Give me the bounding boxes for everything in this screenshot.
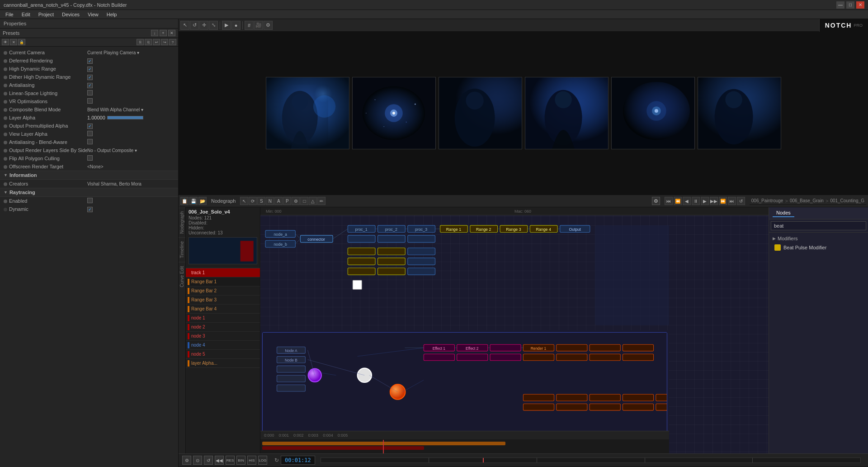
pb-log-btn[interactable]: LOG [258,456,267,465]
track-row-9[interactable]: node 4 [186,341,260,350]
prop-val-blend[interactable]: Blend With Alpha Channel ▾ [87,107,175,112]
side-tab-nodegraph[interactable]: Nodegraph [179,207,185,237]
ng-tool-9[interactable]: △ [309,197,317,205]
toolbar-record-btn[interactable]: ● [231,21,241,30]
prop-val-view-alpha[interactable] [87,131,175,137]
toolbar-play-btn[interactable]: ▶ [222,21,231,30]
prop-val-rt-dynamic[interactable]: ✓ [87,206,175,212]
preview-thumb-6[interactable] [698,77,781,149]
track-row-8[interactable]: node 3 [186,332,260,341]
preset-save-btn[interactable]: ↓ [151,30,158,36]
section-raytracing[interactable]: ▼ Raytracing [0,188,178,197]
prop-val-hdr[interactable]: ✓ [87,66,175,72]
props-lock-btn[interactable]: 🔒 [18,39,25,45]
track-row-2[interactable]: Range Bar 1 [186,277,260,286]
ng-tool-7[interactable]: ⚙ [292,197,300,205]
ng-tool-6[interactable]: P [283,197,291,205]
props-copy-btn[interactable]: ⎘ [137,39,144,45]
ng-open-btn[interactable]: 📂 [198,197,207,205]
toolbar-rotate-btn[interactable]: ↺ [190,21,199,30]
props-undo-btn[interactable]: ↩ [153,39,160,45]
pb-pause[interactable]: ⏸ [692,197,700,205]
maximize-button[interactable]: □ [846,1,854,9]
pb-step-fwd[interactable]: ▶▶ [710,197,718,205]
prop-val-dither-hdr[interactable]: ✓ [87,74,175,80]
props-help-btn[interactable]: ? [169,39,176,45]
toolbar-settings-btn[interactable]: ⚙ [264,21,273,30]
prop-val-flip[interactable] [87,155,175,162]
menu-project[interactable]: Project [35,12,57,17]
pb-settings2-btn[interactable]: ⊙ [193,456,202,465]
ng-tool-4[interactable]: N [266,197,274,205]
props-redo-btn[interactable]: ↪ [161,39,168,45]
nodes-search-input[interactable] [771,221,866,230]
ng-tool-3[interactable]: S [257,197,265,205]
prop-val-linear[interactable] [87,90,175,96]
menu-edit[interactable]: Edit [18,12,34,17]
pb-bin-btn[interactable]: BIN [236,456,245,465]
pb-play[interactable]: ▶ [701,197,709,205]
nodes-tab[interactable]: Nodes [773,209,794,217]
pb-skip-start[interactable]: ⏮ [665,197,673,205]
track-row-3[interactable]: Range Bar 2 [186,286,260,295]
ng-tool-1[interactable]: ↖ [240,197,248,205]
track-row-10[interactable]: node 5 [186,350,260,359]
prop-val-vr[interactable] [87,98,175,105]
prop-val-offscreen[interactable]: <None> [87,164,175,169]
track-row-1[interactable]: track 1 [186,268,260,277]
nodegraph-canvas[interactable]: Min: 000 Mac: 060 [260,207,769,453]
side-tab-timeline[interactable]: Timeline [179,237,185,262]
pb-skip-end[interactable]: ⏭ [728,197,736,205]
pb-reset-btn[interactable]: ↺ [204,456,213,465]
track-row-11[interactable]: layer Alpha... [186,359,260,368]
preset-add-btn[interactable]: + [160,30,167,36]
timeline-strip[interactable]: 0:000 0:001 0:002 0:003 0:004 0:005 [260,431,669,453]
preset-remove-btn[interactable]: ✕ [168,30,175,36]
toolbar-scale-btn[interactable]: ⤡ [209,21,218,30]
pb-next-frame[interactable]: ⏩ [719,197,727,205]
props-x-btn[interactable]: ✕ [10,39,17,45]
modifiers-section-header[interactable]: ▶ Modifiers [771,234,866,243]
ng-tool-2[interactable]: ⟳ [249,197,257,205]
track-row-5[interactable]: Range Bar 4 [186,305,260,314]
track-row-6[interactable]: node 1 [186,314,260,323]
ng-tool-5[interactable]: A [274,197,283,205]
props-eye-btn[interactable]: 👁 [2,39,9,45]
ng-settings-btn[interactable]: ⚙ [652,197,660,205]
preview-thumb-5[interactable] [611,77,695,149]
prop-val-aa-blend[interactable] [87,139,175,145]
menu-view[interactable]: View [84,12,102,17]
ng-tab-btn[interactable]: 📋 [180,197,189,205]
section-information[interactable]: ▼ Information [0,171,178,180]
pb-loop[interactable]: ↺ [737,197,745,205]
pb-his-btn[interactable]: HIS [247,456,256,465]
props-paste-btn[interactable]: ⎗ [145,39,152,45]
toolbar-move-btn[interactable]: ✛ [199,21,208,30]
preview-thumb-1[interactable] [266,77,349,149]
ng-save-btn[interactable]: 💾 [189,197,198,205]
minimize-button[interactable]: — [836,1,844,9]
pb-step-back[interactable]: ◀ [683,197,691,205]
preview-thumb-3[interactable] [439,77,522,149]
pb-prev-frame[interactable]: ⏪ [674,197,682,205]
menu-file[interactable]: File [2,12,17,17]
side-tab-curve[interactable]: Curve Edit [179,262,185,291]
ng-tool-8[interactable]: □ [300,197,308,205]
preview-thumb-2[interactable] [352,77,436,149]
toolbar-cursor-btn[interactable]: ↖ [180,21,189,30]
modifier-beat-pulse[interactable]: Beat Pulse Modifier [771,243,866,253]
preview-thumb-4[interactable] [525,77,609,149]
prop-val-deferred[interactable]: ✓ [87,58,175,64]
prop-val-rt-enabled[interactable] [87,198,175,204]
ng-tool-10[interactable]: ✏ [317,197,326,205]
menu-help[interactable]: Help [103,12,121,17]
track-row-4[interactable]: Range Bar 3 [186,295,260,305]
close-button[interactable]: ✕ [856,1,864,9]
track-row-7[interactable]: node 2 [186,323,260,332]
main-timeline[interactable] [321,457,861,463]
pb-settings-btn[interactable]: ⚙ [182,456,191,465]
toolbar-camera-btn[interactable]: 🎥 [254,21,263,30]
prop-val-antialiasing[interactable]: ✓ [87,82,175,88]
menu-devices[interactable]: Devices [58,12,83,17]
pb-back-btn[interactable]: ◀◀ [215,456,224,465]
